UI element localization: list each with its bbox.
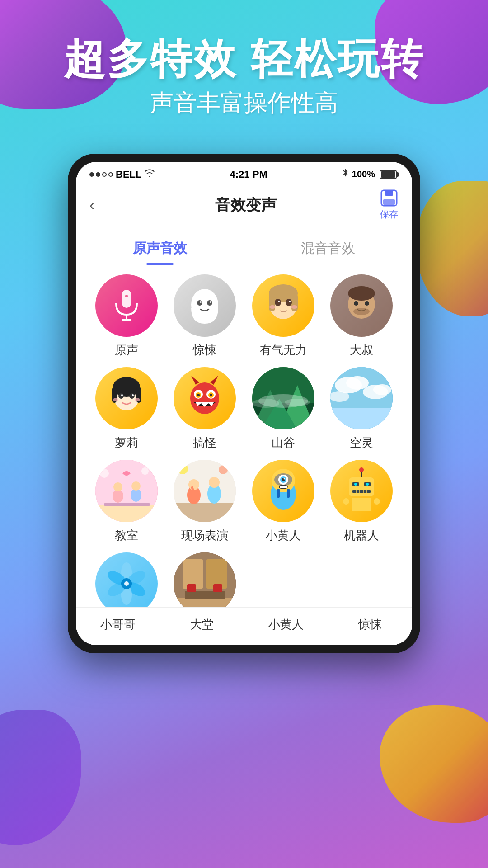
dianfengshan-avatar [95,552,158,615]
svg-point-11 [210,301,211,303]
svg-point-44 [197,394,200,396]
save-button[interactable]: 保存 [380,189,399,221]
svg-marker-38 [191,376,199,385]
svg-point-76 [209,477,220,488]
tab-bar: 原声音效 混音音效 [76,229,412,265]
effect-dashu[interactable]: 大叔 [325,274,399,358]
youqi-avatar [252,274,314,337]
jiqiren-avatar [330,460,393,522]
signal-dot-2 [96,172,100,177]
svg-rect-1 [385,190,393,196]
battery-bar [379,170,399,179]
bottom-tab-dating[interactable]: 大堂 [160,608,244,645]
effect-shugu[interactable]: 山谷 [246,367,320,451]
svg-rect-119 [187,584,196,592]
battery-percent: 100% [352,169,375,179]
kongling-avatar [330,367,393,429]
bottom-tab-xiaogege[interactable]: 小哥哥 [76,608,160,645]
youqi-label: 有气无力 [260,342,307,358]
effect-jingjie[interactable]: 惊悚 [168,274,242,358]
effect-xianchang[interactable]: 现场表演 [168,460,242,543]
effect-xiaohungren[interactable]: 小黄人 [246,460,320,543]
save-label: 保存 [380,208,398,221]
jiaoshi-label: 教室 [115,528,138,543]
svg-point-59 [373,384,391,395]
svg-point-91 [359,467,364,472]
blob-bottom-left [0,710,81,845]
sub-title: 声音丰富操作性高 [0,87,488,119]
svg-point-16 [275,299,281,306]
effect-jiaoshi[interactable]: 教室 [89,460,164,543]
svg-rect-87 [280,486,287,488]
gaoguai-label: 搞怪 [193,435,216,451]
bottom-tab-xiaohungren[interactable]: 小黄人 [244,608,328,645]
save-icon [380,189,399,207]
effect-gaoguai[interactable]: 搞怪 [168,367,242,451]
svg-point-19 [289,301,291,302]
svg-point-60 [330,391,349,402]
svg-point-23 [348,286,375,301]
signal-dot-3 [102,172,107,177]
effect-youqiwuli[interactable]: 有气无力 [246,274,320,358]
svg-point-85 [283,478,285,480]
svg-point-112 [124,581,129,586]
effects-grid: 原声 惊悚 [76,265,412,645]
svg-rect-102 [352,498,371,511]
effect-jiqiren[interactable]: 机器人 [325,460,399,543]
shugu-avatar [252,367,314,429]
svg-point-104 [374,498,380,505]
svg-point-36 [135,398,140,401]
svg-point-69 [141,467,149,475]
wifi-icon [144,169,155,180]
nav-title: 音效变声 [215,195,277,216]
svg-point-31 [118,393,124,399]
effect-molly[interactable]: 萝莉 [89,367,164,451]
yuansheng-label: 原声 [115,342,138,358]
bottom-tab-jingsu[interactable]: 惊悚 [328,608,412,645]
svg-point-26 [353,308,370,315]
svg-point-33 [121,394,123,396]
yuansheng-avatar [95,274,158,337]
tab-yuansheng[interactable]: 原声音效 [76,229,244,265]
svg-point-96 [366,483,369,486]
svg-rect-88 [277,489,280,498]
tab-hunyin[interactable]: 混音音效 [244,229,412,265]
effect-yuansheng[interactable]: 原声 [89,274,164,358]
svg-marker-39 [210,376,218,385]
signal-dot-1 [89,172,94,177]
svg-point-95 [354,483,357,486]
back-button[interactable]: ‹ [89,197,112,213]
svg-point-8 [197,300,202,306]
shugu-label: 山谷 [272,435,295,451]
effect-kongling[interactable]: 空灵 [325,367,399,451]
svg-point-6 [125,295,128,297]
header-area: 超多特效 轻松玩转 声音丰富操作性高 [0,36,488,119]
svg-rect-89 [287,489,290,498]
svg-point-45 [210,394,212,396]
svg-rect-92 [349,477,374,496]
svg-rect-15 [291,293,298,311]
svg-point-32 [129,393,135,399]
svg-point-25 [365,301,369,306]
signal-dots [89,172,113,177]
svg-rect-63 [104,503,150,506]
xiaohungren-label: 小黄人 [266,528,301,543]
status-bar: BELL 4:21 PM [76,162,412,184]
molly-avatar [95,367,158,429]
svg-point-21 [291,305,297,309]
jiqiren-label: 机器人 [344,528,379,543]
jingjie-label: 惊悚 [193,342,216,358]
svg-point-17 [286,299,292,306]
svg-point-67 [131,481,141,491]
phone-frame: BELL 4:21 PM [68,154,420,653]
svg-point-68 [100,469,109,478]
svg-rect-2 [383,199,395,205]
bottom-bar: 小哥哥 大堂 小黄人 惊悚 [76,607,412,645]
phone-screen: BELL 4:21 PM [76,162,412,645]
gaoguai-avatar [174,367,236,429]
blob-bottom-right [380,705,488,823]
svg-point-37 [190,382,219,414]
svg-point-18 [278,301,280,302]
svg-rect-120 [213,584,222,592]
svg-point-10 [200,301,202,303]
